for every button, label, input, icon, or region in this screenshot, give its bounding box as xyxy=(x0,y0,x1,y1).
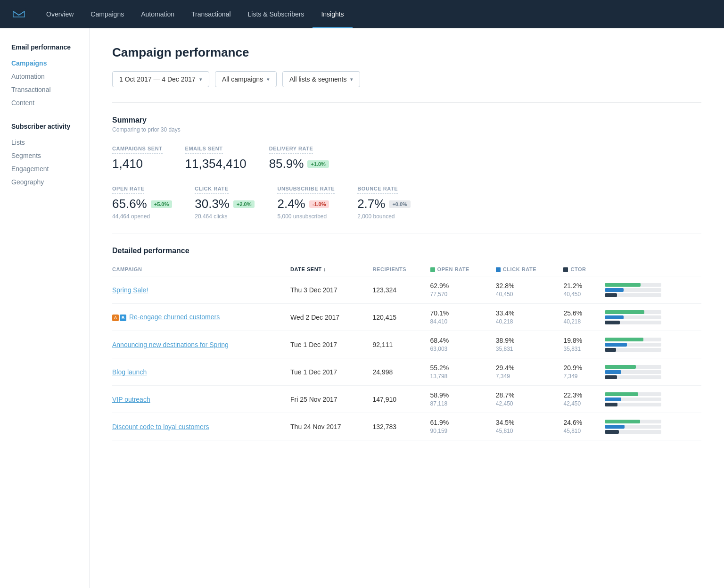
ctor-bar-row xyxy=(605,293,696,297)
ctor-bar-row xyxy=(605,375,696,379)
metric-value: 65.6%+5.0% xyxy=(112,197,172,211)
divider-middle xyxy=(112,233,701,233)
ctor-bar-track xyxy=(605,403,661,406)
open-rate-bar-fill xyxy=(605,310,644,314)
td-open-rate: 70.1%84,410 xyxy=(430,304,496,331)
table-row: Discount code to loyal customersThu 24 N… xyxy=(112,413,701,440)
td-date: Tue 1 Dec 2017 xyxy=(290,358,372,386)
click-rate-bar-track xyxy=(605,315,661,319)
td-click-rate: 34.5%45,810 xyxy=(496,413,564,440)
click-rate-bar-row xyxy=(605,315,696,319)
metric-value: 11,354,410 xyxy=(185,157,247,171)
th-recipients: RECIPIENTS xyxy=(373,263,430,276)
nav-item-insights[interactable]: Insights xyxy=(313,0,352,28)
filters-row: 1 Oct 2017 — 4 Dec 2017 ▾ All campaigns … xyxy=(112,71,701,87)
metric-badge: +1.0% xyxy=(307,160,329,168)
click-rate-bar-track xyxy=(605,398,661,401)
td-ctor: 24.6%45,810 xyxy=(563,413,605,440)
campaign-link-1[interactable]: Re-engage churned customers xyxy=(129,313,220,321)
th-open_rate: OPEN RATE xyxy=(430,263,496,276)
click-rate-bar-row xyxy=(605,370,696,374)
open-rate-bar-fill xyxy=(605,338,643,341)
th-click_rate: CLICK RATE xyxy=(496,263,564,276)
metric-sub: 44,464 opened xyxy=(112,213,172,220)
sidebar-item-transactional[interactable]: Transactional xyxy=(11,83,78,96)
sidebar-item-segments[interactable]: Segments xyxy=(11,149,78,162)
td-date: Thu 3 Dec 2017 xyxy=(290,276,372,304)
nav-item-transactional[interactable]: Transactional xyxy=(183,0,239,28)
td-open-rate: 61.9%90,159 xyxy=(430,413,496,440)
td-ctor: 19.8%35,831 xyxy=(563,331,605,358)
td-bar-chart xyxy=(605,276,701,304)
metric-badge: -1.0% xyxy=(309,200,329,208)
campaign-filter-label: All campaigns xyxy=(222,75,263,83)
td-campaign: VIP outreach xyxy=(112,386,290,413)
sidebar-item-campaigns[interactable]: Campaigns xyxy=(11,57,78,70)
sidebar-item-geography[interactable]: Geography xyxy=(11,175,78,189)
td-bar-chart xyxy=(605,386,701,413)
td-campaign: ABRe-engage churned customers xyxy=(112,304,290,331)
campaign-link-3[interactable]: Blog launch xyxy=(112,368,147,376)
td-campaign: Blog launch xyxy=(112,358,290,386)
td-open-rate: 55.2%13,798 xyxy=(430,358,496,386)
click-rate-bar-fill xyxy=(605,398,621,401)
sidebar-item-lists[interactable]: Lists xyxy=(11,136,78,149)
metric-label: CLICK RATE xyxy=(195,186,228,194)
metric-label: EMAILS SENT xyxy=(185,146,223,154)
ctor-bar-track xyxy=(605,293,661,297)
td-date: Wed 2 Dec 2017 xyxy=(290,304,372,331)
open-rate-bar-track xyxy=(605,283,661,287)
nav-item-automation[interactable]: Automation xyxy=(132,0,183,28)
campaign-link-0[interactable]: Spring Sale! xyxy=(112,286,148,294)
campaign-filter[interactable]: All campaigns ▾ xyxy=(215,71,277,87)
click-rate-bar-row xyxy=(605,398,696,401)
table-row: VIP outreachFri 25 Nov 2017147,91058.9%8… xyxy=(112,386,701,413)
open-rate-bar-row xyxy=(605,365,696,369)
list-filter[interactable]: All lists & segments ▾ xyxy=(282,71,360,87)
summary-subtitle: Comparing to prior 30 days xyxy=(112,126,701,133)
table-head: CAMPAIGNDATE SENT ↓RECIPIENTSOPEN RATECL… xyxy=(112,263,701,276)
click-rate-bar-fill xyxy=(605,315,624,319)
metric-value: 30.3%+2.0% xyxy=(195,197,255,211)
campaign-link-4[interactable]: VIP outreach xyxy=(112,396,150,403)
metric-emails-sent: EMAILS SENT11,354,410 xyxy=(185,144,247,171)
ab-a-label: A xyxy=(112,315,119,321)
open-rate-bar-row xyxy=(605,338,696,341)
main-content: Campaign performance 1 Oct 2017 — 4 Dec … xyxy=(90,28,724,588)
nav-logo xyxy=(11,8,26,20)
td-recipients: 147,910 xyxy=(373,386,430,413)
nav-item-lists__subscribers[interactable]: Lists & Subscribers xyxy=(239,0,313,28)
td-campaign: Announcing new destinations for Spring xyxy=(112,331,290,358)
campaign-link-2[interactable]: Announcing new destinations for Spring xyxy=(112,341,229,348)
performance-table: CAMPAIGNDATE SENT ↓RECIPIENTSOPEN RATECL… xyxy=(112,263,701,440)
date-range-filter[interactable]: 1 Oct 2017 — 4 Dec 2017 ▾ xyxy=(112,71,209,87)
metric-value: 1,410 xyxy=(112,157,163,171)
sidebar-item-content[interactable]: Content xyxy=(11,96,78,109)
sidebar: Email performanceCampaignsAutomationTran… xyxy=(0,28,90,588)
ctor-bar-row xyxy=(605,430,696,434)
sidebar-item-engagement[interactable]: Engagement xyxy=(11,162,78,175)
sidebar-item-automation[interactable]: Automation xyxy=(11,70,78,83)
metrics-row-2: OPEN RATE65.6%+5.0%44,464 openedCLICK RA… xyxy=(112,184,701,220)
sidebar-section-0: Email performanceCampaignsAutomationTran… xyxy=(11,43,78,109)
click-rate-bar-track xyxy=(605,343,661,347)
ctor-bar-track xyxy=(605,375,661,379)
metric-badge: +2.0% xyxy=(233,200,255,208)
metric-badge: +5.0% xyxy=(151,200,173,208)
open-rate-bar-fill xyxy=(605,283,641,287)
top-navigation: OverviewCampaignsAutomationTransactional… xyxy=(0,0,724,28)
click-rate-bar-fill xyxy=(605,343,627,347)
legend-blue-icon xyxy=(496,267,501,272)
campaign-link-5[interactable]: Discount code to loyal customers xyxy=(112,423,209,431)
td-date: Thu 24 Nov 2017 xyxy=(290,413,372,440)
td-ctor: 21.2%40,450 xyxy=(563,276,605,304)
metric-campaigns-sent: CAMPAIGNS SENT1,410 xyxy=(112,144,163,171)
th-date_sent[interactable]: DATE SENT ↓ xyxy=(290,263,372,276)
nav-item-overview[interactable]: Overview xyxy=(38,0,82,28)
nav-item-campaigns[interactable]: Campaigns xyxy=(82,0,132,28)
ctor-bar-track xyxy=(605,430,661,434)
legend-dark-icon xyxy=(563,267,568,272)
metrics-row-1: CAMPAIGNS SENT1,410EMAILS SENT11,354,410… xyxy=(112,144,701,171)
td-recipients: 92,111 xyxy=(373,331,430,358)
svg-rect-0 xyxy=(11,8,26,20)
